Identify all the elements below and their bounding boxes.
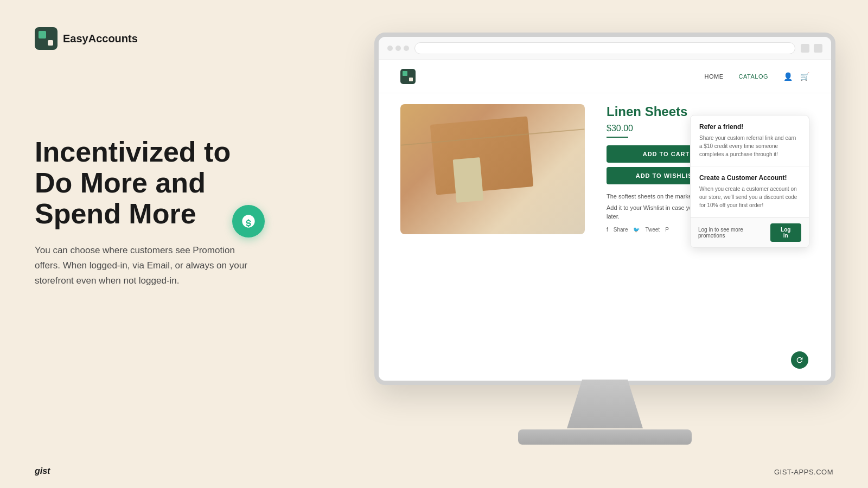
promotions-popup: Refer a friend! Share your custom referr… [690,115,809,248]
account-icon[interactable]: 👤 [783,72,793,81]
bottom-right-brand: GIST-APPS.COM [774,468,833,476]
main-description: You can choose where customers see Promo… [35,243,263,288]
account-desc: When you create a customer account on ou… [699,185,800,209]
app-badge [791,351,808,369]
twine-decoration [401,129,585,146]
promo-account: Create a Customer Account! When you crea… [691,166,809,217]
pin-icon: P [665,227,669,233]
dollar-badge [232,205,265,237]
account-title: Create a Customer Account! [699,174,800,182]
browser-action-2 [814,44,822,53]
monitor-stand-base [518,429,692,445]
dollar-icon [241,214,256,229]
cart-icon[interactable]: 🛒 [800,72,809,81]
bottom-left-brand: gist [35,466,50,476]
nav-catalog[interactable]: CATALOG [739,73,768,80]
product-image [400,104,585,234]
dot-green [404,46,409,51]
brand-logo: EasyAccounts [35,27,263,50]
promo-footer: Log in to see more promotions Log in [691,217,809,247]
gist-brand: gist [35,466,50,476]
nav-icons: 👤 🛒 [783,72,809,81]
monitor-screen: HOME CATALOG 👤 🛒 Lin [374,33,835,385]
store-content: HOME CATALOG 👤 🛒 Lin [379,60,831,381]
browser-action-1 [801,44,809,53]
login-button[interactable]: Log in [770,223,801,242]
share-label[interactable]: Share [614,227,628,233]
store-nav: HOME CATALOG 👤 🛒 [379,60,831,93]
share-fb-icon: f [607,227,608,233]
browser-address-bar[interactable] [414,42,795,54]
browser-chrome [379,37,831,60]
brand-name: EasyAccounts [63,33,138,45]
promo-refer: Refer a friend! Share your custom referr… [691,115,809,166]
product-layout: Linen Sheets $30.00 ADD TO CART ADD TO W… [379,93,831,381]
main-headline: Incentivized to Do More and Spend More [35,137,263,230]
product-image-container [400,104,585,370]
price-divider [607,137,628,138]
monitor-stand-neck [567,380,643,428]
promo-footer-text: Log in to see more promotions [698,227,770,239]
nav-home[interactable]: HOME [705,73,724,80]
refer-title: Refer a friend! [699,123,800,131]
browser-actions [801,44,822,53]
dot-yellow [395,46,401,51]
brand-icon [35,27,58,50]
store-logo [400,69,416,84]
refer-desc: Share your custom referral link and earn… [699,134,800,158]
left-panel: EasyAccounts Incentivized to Do More and… [35,27,263,288]
product-info: Linen Sheets $30.00 ADD TO CART ADD TO W… [607,104,809,370]
tweet-icon: 🐦 [633,227,640,233]
tweet-label[interactable]: Tweet [645,227,660,233]
store-nav-links: HOME CATALOG 👤 🛒 [705,72,809,81]
dot-red [387,46,393,51]
monitor: HOME CATALOG 👤 🛒 Lin [358,33,852,445]
refresh-icon [795,356,804,364]
browser-dots [387,46,409,51]
